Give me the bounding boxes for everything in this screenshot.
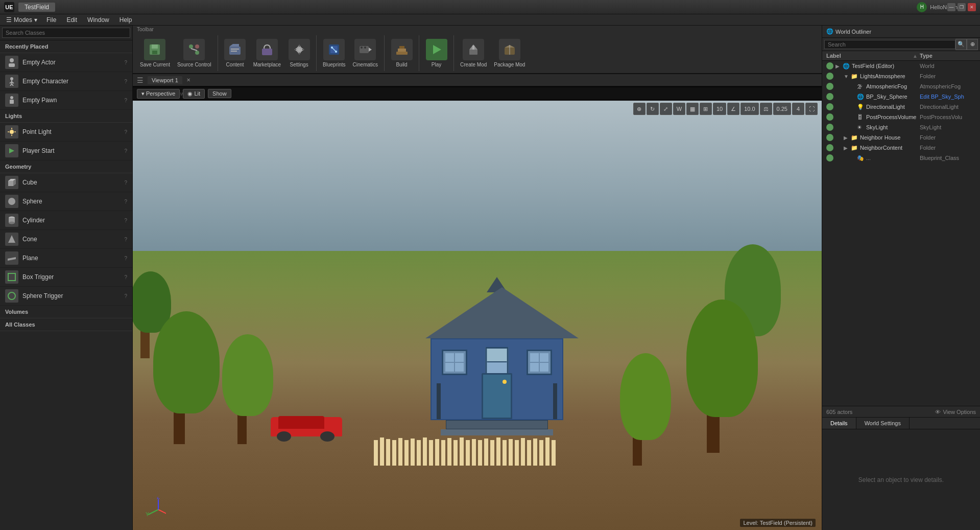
marketplace-button[interactable]: Marketplace [250,37,284,70]
window-menu[interactable]: Window [82,15,114,25]
svg-rect-50 [396,52,408,55]
sort-icon[interactable]: ▲ [913,53,918,59]
viewport-canvas[interactable]: X Y Z Level: TestField (Persistent) [133,101,822,530]
list-item[interactable]: Cone ? [0,230,132,249]
file-menu[interactable]: File [41,15,61,25]
table-row[interactable]: ☀ SkyLight SkyLight [822,122,980,132]
wo-expand-lights[interactable]: ▼ [844,74,849,79]
world-outliner-columns: Label ▲ Type [822,51,980,61]
toolbar-buttons: Save Current Source Control Content [137,35,528,71]
modes-button[interactable]: ☰ Modes ▾ [2,15,41,25]
vp-rotate-btn[interactable]: ↻ [647,103,659,115]
vp-cam-speed[interactable]: 4 [792,103,804,115]
lights-category[interactable]: Lights [0,110,132,123]
details-tab[interactable]: Details [822,418,856,429]
list-item[interactable]: Cube ? [0,173,132,192]
show-button[interactable]: Show [208,89,231,98]
viewport-menu-icon[interactable]: ☰ [137,76,144,84]
wo-visibility-icon[interactable] [826,62,833,70]
wo-expand-nh[interactable]: ▶ [844,135,849,141]
save-current-label: Save Current [140,62,170,67]
minimize-button[interactable]: — [947,3,955,11]
wo-folder-icon: 📁 [851,73,858,80]
wo-vis-2[interactable] [826,83,833,90]
cinematics-button[interactable]: Cinematics [350,37,381,70]
toolbar-sep-2 [316,35,317,71]
view-options-button[interactable]: 👁 View Options [935,409,976,415]
settings-button[interactable]: Settings [285,37,313,70]
wo-nh-icon: 📁 [851,134,858,141]
list-item[interactable]: Sphere ? [0,192,132,211]
wo-vis-1[interactable] [826,73,833,80]
table-row[interactable]: ▶ 📁 NeighborContent Folder [822,143,980,153]
source-control-button[interactable]: Source Control [174,37,214,70]
play-button[interactable]: Play [422,37,450,70]
vp-scale-value[interactable]: 0.25 [773,103,791,115]
table-row[interactable]: 🌫 AtmosphericFog AtmosphericFog [822,81,980,91]
vp-maximize[interactable]: ⛶ [805,103,818,115]
list-item[interactable]: Empty Pawn ? [0,91,132,110]
toolbar-label: Toolbar [137,27,154,32]
wo-vis-4[interactable] [826,103,833,110]
wo-vis-9[interactable] [826,154,833,162]
save-current-button[interactable]: Save Current [137,37,173,70]
svg-point-19 [8,198,15,205]
table-row[interactable]: ▶ 📁 Neighbor House Folder [822,132,980,143]
list-item[interactable]: Cylinder ? [0,211,132,230]
list-item[interactable]: Empty Character ? [0,72,132,91]
table-row[interactable]: 🎭 ... Blueprint_Class [822,153,980,163]
blueprints-button[interactable]: Blueprints [320,37,348,70]
table-row[interactable]: 🎛 PostProcessVolume PostProcessVolu [822,112,980,122]
lit-button[interactable]: ◉ Lit [183,89,205,99]
empty-character-label: Empty Character [22,78,120,85]
world-outliner-search-input[interactable] [824,40,955,49]
vp-angle-value[interactable]: 10.0 [740,103,758,115]
close-button[interactable]: ✕ [968,3,976,11]
world-settings-tab[interactable]: World Settings [856,418,910,429]
edit-menu[interactable]: Edit [61,15,82,25]
vp-grid-value[interactable]: 10 [713,103,726,115]
vp-translate-btn[interactable]: ⊕ [633,103,646,115]
help-menu[interactable]: Help [114,15,137,25]
recently-placed-header[interactable]: Recently Placed [0,40,132,53]
list-item[interactable]: Player Start ? [0,142,132,160]
wo-vis-8[interactable] [826,144,833,151]
package-mod-button[interactable]: Package Mod [491,37,528,70]
list-item[interactable]: Empty Actor ? [0,53,132,72]
table-row[interactable]: ▼ 📁 LightsAtmosphere Folder [822,71,980,81]
perspective-dropdown[interactable]: ▾ Perspective [137,89,180,99]
content-button[interactable]: Content [221,37,249,70]
wo-vis-7[interactable] [826,134,833,141]
create-mod-button[interactable]: Create Mod [457,37,490,70]
viewport-axes: X Y Z [146,497,166,517]
wo-fog-type: AtmosphericFog [920,83,976,89]
volumes-category[interactable]: Volumes [0,306,132,318]
wo-expand-nc[interactable]: ▶ [844,145,849,151]
vp-scale-btn[interactable]: ⤢ [660,103,672,115]
wo-search-button[interactable]: 🔍 [955,39,967,50]
build-button[interactable]: Build [388,37,416,70]
list-item[interactable]: Sphere Trigger ? [0,287,132,306]
viewport-close[interactable]: ✕ [186,77,190,83]
table-row[interactable]: 💡 DirectionalLight DirectionalLight [822,102,980,112]
restore-button[interactable]: ❐ [958,3,966,11]
wo-vis-5[interactable] [826,113,833,121]
vp-grid-btn[interactable]: ⊞ [700,103,712,115]
list-item[interactable]: Box Trigger ? [0,268,132,287]
plane-label: Plane [22,255,120,262]
geometry-category[interactable]: Geometry [0,160,132,173]
viewport-1-tab[interactable]: Viewport 1 [148,76,182,84]
wo-expand-root[interactable]: ▶ [835,63,841,69]
wo-vis-3[interactable] [826,93,833,100]
table-row[interactable]: 🌐 BP_Sky_Sphere Edit BP_Sky_Sph [822,91,980,102]
table-row[interactable]: ▶ 🌐 TestField (Editor) World [822,61,980,71]
vp-surface-btn[interactable]: ▦ [686,103,699,115]
list-item[interactable]: Plane ? [0,249,132,268]
wo-options-button[interactable]: ⊕ [967,39,978,50]
vp-world-btn[interactable]: W [673,103,685,115]
all-classes-category[interactable]: All Classes [0,318,132,331]
cylinder-icon [5,214,18,227]
wo-vis-6[interactable] [826,124,833,131]
list-item[interactable]: Point Light ? [0,123,132,142]
search-classes-input[interactable] [2,28,130,38]
